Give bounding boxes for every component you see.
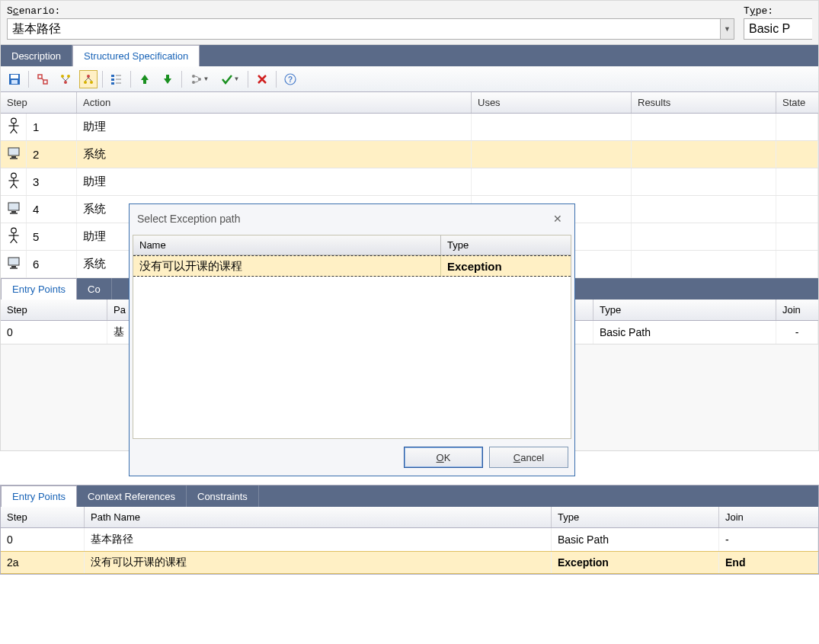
col-step[interactable]: Step: [1, 300, 107, 320]
svg-line-34: [10, 184, 13, 188]
main-area: Description Structured Specification ▼ ▼…: [0, 45, 819, 451]
svg-rect-2: [11, 80, 18, 84]
help-icon[interactable]: ?: [281, 70, 299, 88]
col-join[interactable]: Join: [719, 507, 818, 527]
svg-point-19: [192, 81, 195, 84]
col-path-name[interactable]: Path Name: [85, 507, 552, 527]
branch-alt-icon[interactable]: [79, 70, 98, 88]
svg-rect-3: [38, 75, 42, 78]
check-icon[interactable]: ▼: [217, 70, 243, 88]
toolbar: ▼ ▼ ?: [1, 66, 818, 92]
svg-rect-37: [11, 211, 16, 213]
system-icon: [7, 145, 21, 164]
table-row[interactable]: 没有可以开课的课程 Exception: [133, 255, 571, 277]
svg-text:?: ?: [288, 75, 293, 84]
table-row[interactable]: 2a 没有可以开课的课程 Exception End: [1, 551, 818, 574]
tab-description[interactable]: Description: [1, 45, 72, 66]
svg-line-42: [10, 239, 13, 243]
actor-icon: [7, 172, 21, 191]
svg-line-35: [14, 184, 17, 188]
svg-point-39: [11, 228, 16, 233]
tab-constraints[interactable]: Constraints: [187, 485, 259, 507]
tab-entry-points[interactable]: Entry Points: [1, 485, 77, 507]
type-field: Type: Basic P: [744, 5, 812, 40]
col-name[interactable]: Name: [133, 235, 441, 255]
merge-icon[interactable]: ▼: [187, 70, 213, 88]
svg-rect-36: [8, 203, 19, 210]
arrow-down-icon[interactable]: [158, 70, 177, 88]
svg-line-26: [10, 129, 13, 133]
chevron-down-icon[interactable]: ▼: [720, 19, 734, 39]
svg-rect-29: [11, 156, 16, 158]
cancel-button[interactable]: Cancel: [489, 447, 568, 468]
branch-icon[interactable]: [56, 70, 75, 88]
svg-rect-28: [8, 148, 19, 155]
svg-point-6: [61, 75, 64, 78]
svg-point-9: [84, 81, 87, 84]
steps-grid-header: Step Action Uses Results State: [1, 92, 818, 114]
col-type[interactable]: Type: [441, 235, 571, 255]
svg-rect-12: [111, 75, 114, 77]
actor-icon: [7, 117, 21, 136]
table-row[interactable]: 2 系统: [1, 141, 818, 168]
table-row[interactable]: 1 助理: [1, 114, 818, 141]
scenario-field: Scenario: 基本路径 ▼: [7, 5, 734, 40]
dialog-list-blank: [133, 277, 571, 438]
svg-line-43: [14, 239, 17, 243]
svg-rect-1: [11, 75, 18, 78]
svg-point-7: [67, 75, 70, 78]
system-icon: [7, 255, 21, 274]
dialog-title: Select Exception path: [137, 213, 240, 225]
col-join[interactable]: Join: [776, 300, 818, 320]
svg-rect-13: [111, 78, 114, 81]
svg-rect-45: [11, 266, 16, 268]
svg-rect-44: [8, 258, 19, 265]
col-step[interactable]: Step: [1, 92, 77, 113]
svg-point-18: [192, 75, 195, 78]
svg-point-31: [11, 173, 16, 178]
svg-rect-4: [43, 80, 47, 84]
tab-context-partial[interactable]: Co: [77, 278, 112, 300]
tab-context-references[interactable]: Context References: [77, 485, 187, 507]
col-step[interactable]: Step: [1, 507, 85, 527]
link-icon[interactable]: [34, 70, 52, 88]
type-combo[interactable]: Basic P: [744, 18, 812, 40]
scenario-bar: Scenario: 基本路径 ▼ Type: Basic P: [0, 0, 819, 45]
ok-button[interactable]: OK: [404, 447, 483, 468]
tab-structured-spec[interactable]: Structured Specification: [72, 45, 200, 66]
spec-tabs: Description Structured Specification: [1, 45, 818, 66]
type-value: Basic P: [744, 22, 812, 36]
svg-rect-14: [111, 82, 114, 85]
dialog-select-exception-path: Select Exception path ✕ Name Type 没有可以开课…: [129, 203, 575, 476]
delete-icon[interactable]: [253, 70, 271, 88]
svg-line-5: [42, 78, 43, 80]
col-type[interactable]: Type: [552, 507, 719, 527]
col-state[interactable]: State: [776, 92, 818, 113]
col-action[interactable]: Action: [77, 92, 472, 113]
table-row[interactable]: 3 助理: [1, 168, 818, 196]
scenario-combo[interactable]: 基本路径 ▼: [7, 18, 734, 40]
scenario-value: 基本路径: [8, 21, 720, 37]
svg-line-27: [14, 129, 17, 133]
bottom-entry-points-panel: Entry Points Context References Constrai…: [0, 485, 819, 575]
svg-point-10: [90, 81, 93, 84]
tab-entry-points[interactable]: Entry Points: [1, 278, 77, 300]
save-icon[interactable]: [5, 70, 24, 88]
close-icon[interactable]: ✕: [549, 210, 567, 227]
type-label: Type:: [744, 5, 812, 17]
system-icon: [7, 200, 21, 219]
scenario-label: Scenario:: [7, 5, 734, 17]
svg-point-23: [11, 118, 16, 123]
actor-icon: [7, 227, 21, 246]
col-uses[interactable]: Uses: [472, 92, 632, 113]
arrow-up-icon[interactable]: [136, 70, 154, 88]
col-results[interactable]: Results: [632, 92, 776, 113]
col-type[interactable]: Type: [593, 300, 776, 320]
tree-icon[interactable]: [107, 70, 126, 88]
table-row[interactable]: 0 基本路径 Basic Path -: [1, 528, 818, 551]
